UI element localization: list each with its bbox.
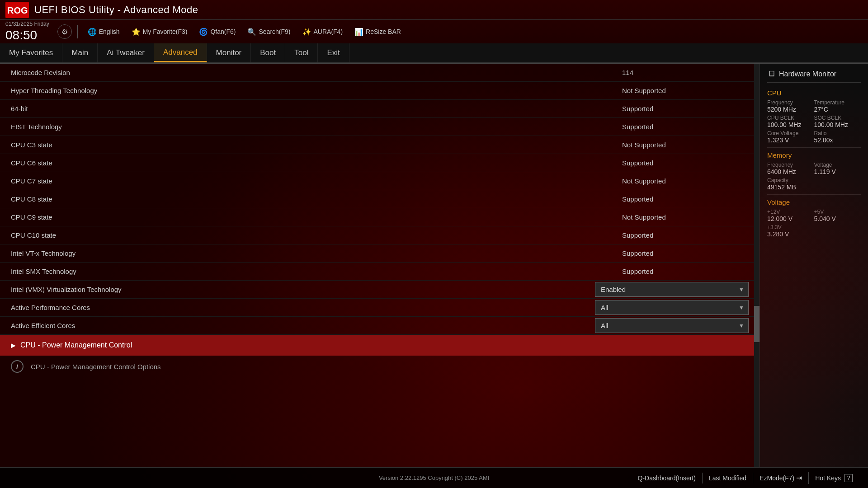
- perf-cores-select[interactable]: All 1 2 3 4: [595, 300, 749, 315]
- value-microcode-revision: 114: [613, 69, 749, 76]
- row-eist: EIST Technology Supported: [0, 118, 760, 136]
- footer-btn-lastmodified[interactable]: Last Modified: [703, 473, 753, 483]
- cpu-power-mgmt-title: CPU - Power Management Control: [20, 341, 132, 349]
- toolbar-btn-resizebar[interactable]: 📊 ReSize BAR: [350, 26, 406, 38]
- vmx-dropdown-wrapper[interactable]: Enabled Disabled: [595, 282, 749, 297]
- label-eist: EIST Technology: [11, 119, 613, 134]
- hotkeys-label: Hot Keys: [815, 474, 841, 482]
- hw-mem-voltage: Voltage 1.119 V: [814, 162, 861, 175]
- toolbar-btn-qfan[interactable]: 🌀 Qfan(F6): [194, 26, 240, 38]
- nav-monitor[interactable]: Monitor: [207, 43, 251, 62]
- nav-advanced[interactable]: Advanced: [154, 43, 207, 62]
- label-cpu-c3: CPU C3 state: [11, 137, 613, 152]
- footer-version: Version 2.22.1295 Copyright (C) 2025 AMI: [292, 474, 576, 481]
- nav-tool[interactable]: Tool: [285, 43, 318, 62]
- hw-v12-label: +12V: [767, 209, 814, 215]
- info-row: i CPU - Power Management Control Options: [0, 356, 760, 377]
- ezmode-label: EzMode(F7): [760, 474, 794, 482]
- row-intel-vtx: Intel VT-x Technology Supported: [0, 244, 760, 263]
- label-microcode-revision: Microcode Revision: [11, 65, 613, 80]
- value-intel-smx: Supported: [613, 267, 749, 275]
- dropdown-active-perf-cores[interactable]: All 1 2 3 4: [595, 300, 749, 315]
- label-intel-vmx: Intel (VMX) Virtualization Technology: [11, 282, 595, 297]
- hw-v33-label: +3.3V: [767, 224, 861, 230]
- nav-bar: My Favorites Main Ai Tweaker Advanced Mo…: [0, 43, 868, 63]
- hw-core-voltage-value: 1.323 V: [767, 136, 814, 144]
- cpu-power-mgmt-section[interactable]: ▶ CPU - Power Management Control: [0, 335, 760, 356]
- qdashboard-label: Q-Dashboard(Insert): [638, 474, 696, 482]
- row-microcode-revision: Microcode Revision 114: [0, 64, 760, 82]
- perf-cores-dropdown-wrapper[interactable]: All 1 2 3 4: [595, 300, 749, 315]
- eff-cores-dropdown-wrapper[interactable]: All 1 2 3 4: [595, 318, 749, 333]
- hw-v33: +3.3V 3.280 V: [767, 224, 861, 238]
- hw-soc-bclk-label: SOC BCLK: [814, 115, 861, 121]
- info-icon: i: [11, 360, 24, 373]
- label-cpu-c10: CPU C10 state: [11, 228, 613, 243]
- toolbar-btn-search[interactable]: 🔍 Search(F9): [243, 26, 295, 38]
- hw-v5-label: +5V: [814, 209, 861, 215]
- hw-core-voltage: Core Voltage 1.323 V: [767, 130, 814, 144]
- toolbar-btn-favorite[interactable]: ⭐ My Favorite(F3): [127, 26, 192, 38]
- hw-cpu-bclk-value: 100.00 MHz: [767, 121, 814, 128]
- expand-arrow-icon: ▶: [11, 342, 16, 349]
- label-64bit: 64-bit: [11, 101, 613, 116]
- hw-cpu-freq-temp-row: Frequency 5200 MHz Temperature 27°C: [767, 99, 861, 113]
- hw-v5-value: 5.040 V: [814, 215, 861, 222]
- dropdown-intel-vmx[interactable]: Enabled Disabled: [595, 282, 749, 297]
- nav-main[interactable]: Main: [62, 43, 98, 62]
- row-cpu-c7: CPU C7 state Not Supported: [0, 172, 760, 190]
- row-hyper-threading: Hyper Threading Technology Not Supported: [0, 82, 760, 100]
- row-64bit: 64-bit Supported: [0, 100, 760, 118]
- hw-cpu-temperature: Temperature 27°C: [814, 99, 861, 113]
- asus-logo-icon: ROG: [5, 2, 29, 18]
- footer-btn-hotkeys[interactable]: Hot Keys ?: [809, 472, 859, 484]
- nav-my-favorites[interactable]: My Favorites: [0, 43, 62, 62]
- nav-boot[interactable]: Boot: [251, 43, 285, 62]
- main-layout: Microcode Revision 114 Hyper Threading T…: [0, 64, 868, 468]
- toolbar-separator: [77, 25, 78, 38]
- hw-mem-volt-label: Voltage: [814, 162, 861, 168]
- hw-divider-2: [767, 194, 861, 195]
- hw-v33-value: 3.280 V: [767, 230, 861, 238]
- dropdown-active-eff-cores[interactable]: All 1 2 3 4: [595, 318, 749, 333]
- scroll-thumb[interactable]: [754, 306, 760, 342]
- content-area: Microcode Revision 114 Hyper Threading T…: [0, 64, 760, 468]
- toolbar-qfan-label: Qfan(F6): [210, 28, 236, 35]
- hw-v12: +12V 12.000 V: [767, 209, 814, 222]
- label-cpu-c6: CPU C6 state: [11, 155, 613, 170]
- hw-ratio: Ratio 52.00x: [814, 130, 861, 144]
- row-intel-smx: Intel SMX Technology Supported: [0, 263, 760, 281]
- row-intel-vmx: Intel (VMX) Virtualization Technology En…: [0, 281, 760, 299]
- nav-exit[interactable]: Exit: [318, 43, 349, 62]
- hw-v12-v5-row: +12V 12.000 V +5V 5.040 V: [767, 209, 861, 222]
- value-cpu-c3: Not Supported: [613, 141, 749, 149]
- label-active-eff-cores: Active Efficient Cores: [11, 318, 595, 333]
- label-hyper-threading: Hyper Threading Technology: [11, 83, 613, 98]
- settings-list: Microcode Revision 114 Hyper Threading T…: [0, 64, 760, 335]
- footer-btn-ezmode[interactable]: EzMode(F7) ⇥: [753, 472, 809, 484]
- settings-icon[interactable]: ⚙: [57, 24, 72, 39]
- toolbar-english-label: English: [99, 28, 120, 35]
- vmx-select[interactable]: Enabled Disabled: [595, 282, 749, 297]
- value-hyper-threading: Not Supported: [613, 87, 749, 94]
- hw-mem-capacity-label: Capacity: [767, 177, 861, 183]
- scroll-track[interactable]: [754, 64, 760, 468]
- footer-btn-qdashboard[interactable]: Q-Dashboard(Insert): [632, 473, 703, 483]
- row-cpu-c6: CPU C6 state Supported: [0, 154, 760, 172]
- value-cpu-c10: Supported: [613, 231, 749, 239]
- hw-v33-row: +3.3V 3.280 V: [767, 224, 861, 238]
- value-cpu-c6: Supported: [613, 159, 749, 167]
- hw-monitor-title: Hardware Monitor: [779, 70, 836, 78]
- row-active-eff-cores: Active Efficient Cores All 1 2 3 4: [0, 317, 760, 335]
- hw-divider-1: [767, 147, 861, 148]
- hotkeys-icon: ?: [844, 474, 853, 482]
- hw-mem-freq-value: 6400 MHz: [767, 168, 814, 175]
- hw-ratio-value: 52.00x: [814, 136, 861, 144]
- hw-cpu-frequency: Frequency 5200 MHz: [767, 99, 814, 113]
- toolbar-btn-aura[interactable]: ✨ AURA(F4): [298, 26, 348, 38]
- eff-cores-select[interactable]: All 1 2 3 4: [595, 318, 749, 333]
- nav-ai-tweaker[interactable]: Ai Tweaker: [98, 43, 154, 62]
- toolbar-btn-english[interactable]: 🌐 English: [83, 26, 124, 38]
- hw-cpu-section-title: CPU: [767, 89, 861, 97]
- value-cpu-c9: Not Supported: [613, 213, 749, 221]
